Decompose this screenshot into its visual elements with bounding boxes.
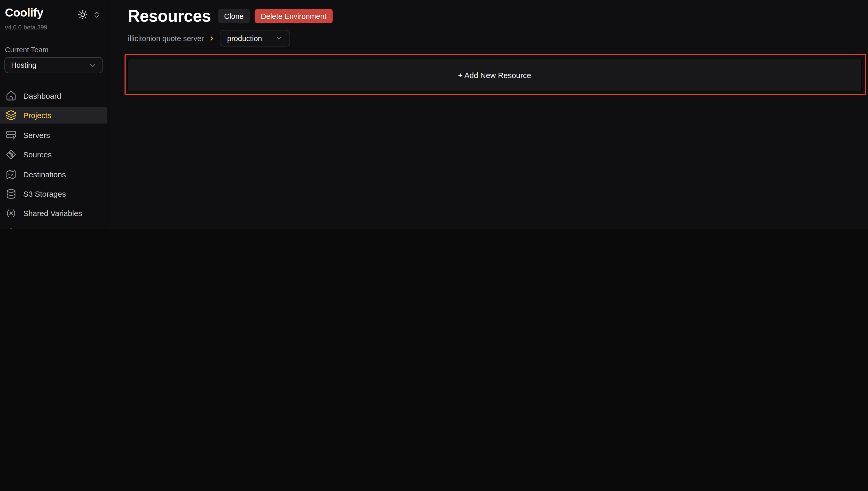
bell-icon	[5, 228, 17, 229]
page-header: Resources Clone Delete Environment	[128, 7, 333, 25]
sidebar-item-label: Servers	[23, 131, 50, 140]
sidebar-item-destinations[interactable]: Destinations	[0, 166, 107, 182]
sidebar-item-projects[interactable]: Projects	[0, 107, 107, 124]
breadcrumb: illicitonion quote server production	[128, 30, 290, 47]
environment-select-value: production	[227, 34, 262, 42]
app-window: Coolify v4.0.0-beta.399 Current Team Hos…	[0, 0, 868, 229]
breadcrumb-project-link[interactable]: illicitonion quote server	[128, 34, 204, 42]
variable-icon	[5, 208, 17, 219]
chevrons-up-down-icon[interactable]	[92, 10, 101, 19]
server-icon	[5, 129, 17, 141]
sidebar-item-label: Projects	[23, 111, 51, 120]
chevron-right-icon	[209, 35, 215, 41]
current-team-label: Current Team	[5, 46, 48, 54]
sidebar-item-dashboard[interactable]: Dashboard	[0, 88, 107, 104]
app-logo[interactable]: Coolify	[5, 6, 43, 19]
theme-sun-icon[interactable]	[78, 9, 88, 20]
delete-environment-button[interactable]: Delete Environment	[255, 9, 333, 23]
sidebar-item-label: S3 Storages	[23, 190, 66, 198]
sidebar-nav: Dashboard Projects Servers Sources Desti…	[0, 88, 107, 229]
chevron-down-icon	[275, 34, 283, 42]
sidebar-item-label: Shared Variables	[23, 209, 82, 218]
sidebar-item-label: Sources	[23, 150, 52, 159]
add-new-resource-label: + Add New Resource	[458, 71, 531, 80]
sidebar-item-label: Notifications	[23, 229, 66, 229]
chevron-down-icon	[89, 61, 96, 69]
layers-icon	[5, 110, 17, 121]
clone-button[interactable]: Clone	[218, 9, 250, 23]
git-branch-icon	[5, 149, 17, 160]
app-version: v4.0.0-beta.399	[5, 24, 47, 30]
environment-select[interactable]: production	[220, 30, 290, 47]
map-icon	[5, 169, 17, 180]
sidebar-item-s3-storages[interactable]: S3 Storages	[0, 185, 107, 202]
sidebar-item-servers[interactable]: Servers	[0, 127, 107, 143]
team-select-value: Hosting	[11, 61, 36, 69]
sidebar-item-shared-variables[interactable]: Shared Variables	[0, 205, 107, 222]
sidebar-item-sources[interactable]: Sources	[0, 146, 107, 163]
database-icon	[5, 189, 17, 200]
home-icon	[5, 90, 17, 101]
add-new-resource-button[interactable]: + Add New Resource	[127, 59, 862, 92]
sidebar-item-label: Dashboard	[23, 91, 61, 100]
sidebar: Coolify v4.0.0-beta.399 Current Team Hos…	[0, 0, 111, 229]
sidebar-item-notifications[interactable]: Notifications	[0, 225, 107, 229]
sidebar-item-label: Destinations	[23, 170, 66, 179]
page-title: Resources	[128, 7, 211, 25]
team-select[interactable]: Hosting	[4, 57, 103, 73]
